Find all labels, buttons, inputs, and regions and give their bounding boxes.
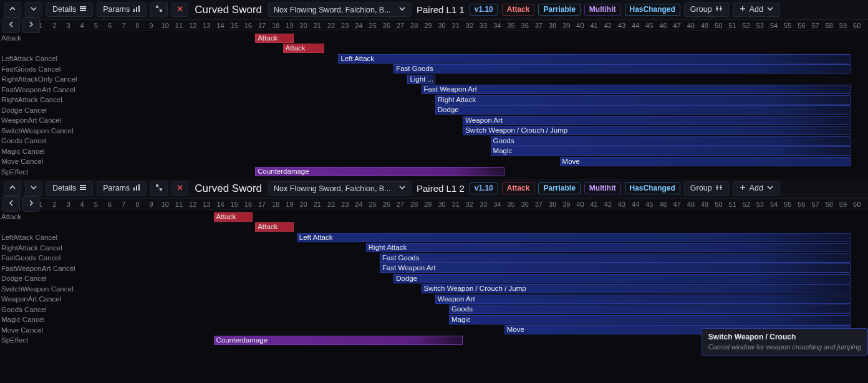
bar-cancel[interactable]: Fast Weapon Art <box>380 263 851 273</box>
bar-cancel[interactable]: Left Attack <box>338 54 850 64</box>
move-down-button[interactable] <box>25 181 42 196</box>
badge-mul[interactable]: Multihit <box>584 182 621 195</box>
details-button[interactable]: Details <box>46 181 93 196</box>
move-up-button[interactable] <box>4 181 21 196</box>
tick: 14 <box>213 201 227 208</box>
bar-cancel[interactable]: Weapon Art <box>463 116 851 125</box>
tick: 45 <box>642 201 656 208</box>
badge-chg[interactable]: HasChanged <box>625 4 680 16</box>
badge-mul[interactable]: Multihit <box>584 4 621 16</box>
badge-par[interactable]: Parriable <box>538 4 580 16</box>
bar-move[interactable]: Move <box>560 157 851 166</box>
tick: 17 <box>255 201 269 208</box>
close-button[interactable]: ✕ <box>171 181 188 196</box>
bar-cancel[interactable]: Magic <box>491 146 851 156</box>
bar-cancel[interactable]: Left Attack <box>297 233 851 242</box>
bar-cancel[interactable]: Switch Weapon / Crouch / Jump <box>422 284 851 293</box>
bar-cancel[interactable]: Fast Goods <box>393 64 851 73</box>
bar-cancel[interactable]: Fast Goods <box>380 253 851 263</box>
collapse-icon <box>155 5 163 14</box>
badge-par[interactable]: Parriable <box>538 182 580 195</box>
bar-cancel[interactable]: Dodge <box>435 105 851 115</box>
bar-speff[interactable]: Counterdamage <box>214 336 463 345</box>
tick: 30 <box>435 201 448 208</box>
bar-cancel[interactable]: Fast Weapon Art <box>422 85 851 94</box>
row-label <box>0 44 1 54</box>
chevron-left-icon <box>7 21 15 30</box>
move-down-button[interactable] <box>25 2 42 17</box>
tick: 42 <box>601 201 615 208</box>
bar-cancel[interactable]: Goods <box>491 136 851 146</box>
group-button[interactable]: Group <box>684 181 729 196</box>
group-button[interactable]: Group <box>684 2 729 17</box>
details-button[interactable]: Details <box>46 2 93 17</box>
move-up-button[interactable] <box>4 2 21 17</box>
frame-ruler[interactable]: 1234567891011121314151617181920212223242… <box>0 199 868 210</box>
tick: 3 <box>61 201 75 208</box>
svg-rect-3 <box>133 9 135 12</box>
bar-speff[interactable]: Counterdamage <box>255 167 504 176</box>
tick: 54 <box>767 201 781 208</box>
tick: 49 <box>698 22 711 29</box>
badge-atk[interactable]: Attack <box>502 4 535 16</box>
collapse-button[interactable] <box>150 181 168 196</box>
tick: 16 <box>241 201 255 208</box>
bar-cancel[interactable]: Right Attack <box>366 243 851 252</box>
group-icon <box>715 5 723 14</box>
svg-rect-6 <box>80 185 86 186</box>
tick: 14 <box>213 22 227 29</box>
badge-version[interactable]: v1.10 <box>470 4 498 16</box>
tick: 47 <box>670 22 684 29</box>
bar-cancel[interactable]: Magic <box>449 315 851 324</box>
tick: 29 <box>421 201 435 208</box>
bar-cancel[interactable]: Dodge <box>393 274 851 283</box>
svg-rect-0 <box>80 6 86 7</box>
tick: 41 <box>587 201 601 208</box>
tick: 29 <box>421 22 435 29</box>
collapse-button[interactable] <box>150 2 168 17</box>
tick: 18 <box>269 201 282 208</box>
tick: 40 <box>573 22 587 29</box>
tick: 53 <box>753 201 767 208</box>
tick: 58 <box>822 201 836 208</box>
weapon-selector[interactable]: Nox Flowing Sword, Falchion, B... <box>268 181 412 196</box>
bar-attack[interactable]: Attack <box>255 222 294 232</box>
close-button[interactable]: ✕ <box>171 2 188 17</box>
row-label: WeaponArt Cancel <box>0 115 1 126</box>
badge-chg[interactable]: HasChanged <box>625 182 680 195</box>
row-label: LeftAttack Cancel <box>0 232 1 243</box>
badge-atk[interactable]: Attack <box>502 182 535 195</box>
params-button[interactable]: Params <box>97 2 147 17</box>
tick: 19 <box>282 22 296 29</box>
bar-cancel[interactable]: Weapon Art <box>435 295 851 304</box>
frame-ruler[interactable]: 1234567891011121314151617181920212223242… <box>0 20 868 31</box>
bar-attack[interactable]: Attack <box>283 44 325 53</box>
tooltip-desc: Cancel window for weapon crouching and j… <box>708 343 861 351</box>
bar-cancel[interactable]: Right Attack <box>435 95 851 105</box>
tick: 15 <box>228 201 241 208</box>
tick: 7 <box>117 22 130 29</box>
chevron-left-icon <box>7 199 15 209</box>
row-label: SpEffect <box>0 335 1 346</box>
badge-version[interactable]: v1.10 <box>470 182 498 195</box>
bar-cancel[interactable]: Switch Weapon / Crouch / Jump <box>463 126 851 135</box>
tick: 26 <box>380 201 393 208</box>
tick: 25 <box>366 22 380 29</box>
tick: 55 <box>781 201 794 208</box>
row-label: WeaponArt Cancel <box>0 294 1 305</box>
add-button[interactable]: Add <box>733 2 780 17</box>
bar-attack[interactable]: Attack <box>255 34 294 43</box>
chevron-right-icon <box>27 21 35 30</box>
add-button[interactable]: Add <box>733 181 780 196</box>
row-label: Move Cancel <box>0 156 1 167</box>
bar-cancel[interactable]: Light ... <box>407 75 435 84</box>
weapon-selector[interactable]: Nox Flowing Sword, Falchion, B... <box>268 2 412 17</box>
tooltip-title: Switch Weapon / Crouch <box>708 333 861 341</box>
bar-cancel[interactable]: Goods <box>449 305 851 314</box>
tick: 37 <box>532 22 546 29</box>
tick: 11 <box>172 22 186 29</box>
tick: 16 <box>241 22 255 29</box>
bar-attack[interactable]: Attack <box>214 212 253 222</box>
tick: 48 <box>684 201 698 208</box>
params-button[interactable]: Params <box>97 181 147 196</box>
